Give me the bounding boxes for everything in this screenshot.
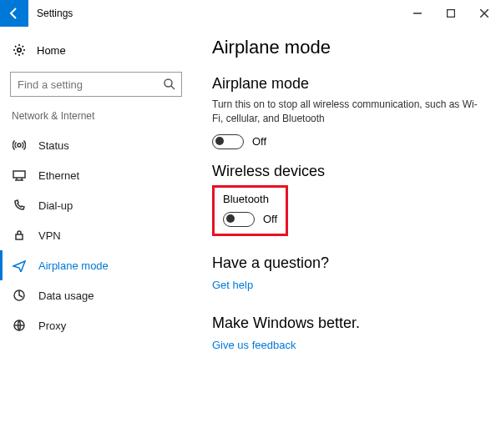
search-box[interactable] xyxy=(10,72,182,97)
bluetooth-toggle-row: Off xyxy=(223,212,277,227)
feedback-heading: Make Windows better. xyxy=(212,315,481,332)
close-button[interactable] xyxy=(468,0,501,27)
page-title: Airplane mode xyxy=(212,37,481,58)
search-icon xyxy=(163,78,176,91)
search-input[interactable] xyxy=(18,78,163,91)
sidebar-item-dialup[interactable]: Dial-up xyxy=(0,190,192,220)
airplane-mode-description: Turn this on to stop all wireless commun… xyxy=(212,98,481,126)
svg-point-2 xyxy=(164,79,172,87)
sidebar-item-label: Proxy xyxy=(38,320,66,332)
maximize-button[interactable] xyxy=(434,0,468,27)
sidebar-item-data-usage[interactable]: Data usage xyxy=(0,280,192,310)
svg-rect-5 xyxy=(16,234,23,239)
svg-rect-4 xyxy=(13,171,25,178)
bluetooth-label: Bluetooth xyxy=(223,193,277,205)
sidebar-item-label: Dial-up xyxy=(38,199,73,212)
sidebar-item-status[interactable]: Status xyxy=(0,130,192,160)
wireless-devices-heading: Wireless devices xyxy=(212,163,481,180)
status-icon xyxy=(12,138,27,152)
home-button[interactable]: Home xyxy=(0,37,192,63)
question-heading: Have a question? xyxy=(212,254,481,272)
sidebar-item-airplane-mode[interactable]: Airplane mode xyxy=(0,250,192,280)
bluetooth-highlight: Bluetooth Off xyxy=(212,185,288,236)
ethernet-icon xyxy=(12,169,27,182)
sidebar-item-label: VPN xyxy=(38,229,61,242)
airplane-mode-toggle[interactable] xyxy=(212,134,244,149)
app-title: Settings xyxy=(37,8,401,19)
sidebar-item-label: Status xyxy=(38,139,69,152)
airplane-mode-heading: Airplane mode xyxy=(212,75,481,93)
svg-rect-0 xyxy=(448,10,455,18)
feedback-link[interactable]: Give us feedback xyxy=(212,339,296,351)
bluetooth-state: Off xyxy=(263,213,277,225)
airplane-mode-toggle-row: Off xyxy=(212,134,481,149)
airplane-mode-state: Off xyxy=(252,135,266,148)
svg-point-3 xyxy=(18,143,21,147)
proxy-icon xyxy=(12,319,27,332)
get-help-link[interactable]: Get help xyxy=(212,279,253,291)
home-label: Home xyxy=(37,44,66,57)
bluetooth-toggle[interactable] xyxy=(223,212,255,227)
vpn-icon xyxy=(12,229,27,242)
sidebar-item-label: Ethernet xyxy=(38,169,79,182)
minimize-button[interactable] xyxy=(401,0,434,27)
svg-point-1 xyxy=(18,48,21,52)
sidebar-item-proxy[interactable]: Proxy xyxy=(0,310,192,340)
gear-icon xyxy=(12,43,27,57)
window-controls xyxy=(401,0,501,27)
airplane-icon xyxy=(12,259,27,272)
data-usage-icon xyxy=(12,289,27,302)
sidebar-item-label: Airplane mode xyxy=(38,259,109,272)
category-label: Network & Internet xyxy=(0,110,192,122)
sidebar-item-label: Data usage xyxy=(38,289,94,302)
sidebar-item-vpn[interactable]: VPN xyxy=(0,220,192,250)
back-button[interactable] xyxy=(0,0,28,27)
titlebar: Settings xyxy=(0,0,501,27)
sidebar-item-ethernet[interactable]: Ethernet xyxy=(0,160,192,190)
content-area: Airplane mode Airplane mode Turn this on… xyxy=(192,27,501,448)
sidebar: Home Network & Internet Status Ethernet xyxy=(0,27,192,448)
dialup-icon xyxy=(12,199,27,212)
